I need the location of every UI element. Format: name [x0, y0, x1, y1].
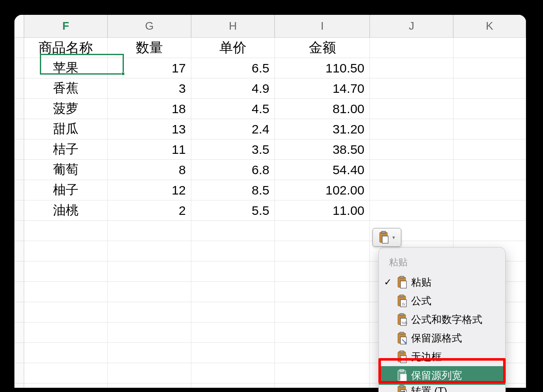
cell[interactable]: 11	[108, 139, 191, 160]
cell[interactable]: 110.50	[275, 58, 370, 78]
cell[interactable]	[453, 221, 526, 241]
col-header-H[interactable]: H	[191, 15, 275, 37]
cell[interactable]: 102.00	[275, 180, 370, 200]
cell[interactable]	[370, 78, 453, 99]
cell[interactable]	[191, 241, 275, 261]
paste-menu-item[interactable]: %fx公式和数字格式	[379, 310, 505, 329]
col-header-J[interactable]: J	[370, 15, 453, 37]
row-header[interactable]	[14, 99, 24, 119]
row-header[interactable]	[14, 200, 24, 221]
cell[interactable]	[191, 322, 275, 343]
cell[interactable]	[275, 384, 370, 388]
cell[interactable]	[370, 200, 453, 221]
cell[interactable]	[108, 282, 191, 302]
paste-options-button[interactable]: ▼	[372, 228, 401, 247]
cell[interactable]	[370, 160, 453, 180]
cell[interactable]: 商品名称	[24, 38, 108, 58]
row-header[interactable]	[14, 58, 24, 78]
cell[interactable]: 17	[108, 58, 191, 78]
cell[interactable]	[191, 363, 275, 384]
row-header[interactable]	[14, 180, 24, 200]
cell[interactable]: 数量	[108, 38, 191, 58]
cell[interactable]	[275, 322, 370, 343]
cell[interactable]	[191, 221, 275, 241]
cell[interactable]	[453, 160, 526, 180]
row-header[interactable]	[14, 343, 24, 363]
row-header[interactable]	[14, 160, 24, 180]
cell[interactable]	[191, 302, 275, 322]
col-header-G[interactable]: G	[108, 15, 191, 37]
paste-menu-item[interactable]: 转置 (T)	[379, 385, 505, 392]
cell[interactable]	[108, 221, 191, 241]
cell[interactable]: 8.5	[191, 180, 275, 200]
cell[interactable]	[275, 363, 370, 384]
cell[interactable]	[370, 180, 453, 200]
cell[interactable]	[370, 119, 453, 139]
cell[interactable]: 菠萝	[24, 99, 108, 119]
cell[interactable]	[191, 282, 275, 302]
cell[interactable]	[24, 261, 108, 282]
cell[interactable]	[453, 58, 526, 78]
cell[interactable]	[24, 221, 108, 241]
cell[interactable]	[24, 282, 108, 302]
cell[interactable]	[108, 343, 191, 363]
cell[interactable]: 单价	[191, 38, 275, 58]
cell[interactable]: 2	[108, 200, 191, 221]
row-header[interactable]	[14, 119, 24, 139]
row-header[interactable]	[14, 241, 24, 261]
cell[interactable]: 4.9	[191, 78, 275, 99]
cell[interactable]	[108, 261, 191, 282]
cell[interactable]	[275, 343, 370, 363]
cell[interactable]: 金额	[275, 38, 370, 58]
row-header[interactable]	[14, 322, 24, 343]
cell[interactable]: 2.4	[191, 119, 275, 139]
cell[interactable]	[453, 119, 526, 139]
cell[interactable]: 葡萄	[24, 160, 108, 180]
cell[interactable]	[24, 302, 108, 322]
cell[interactable]: 油桃	[24, 200, 108, 221]
row-header[interactable]	[14, 261, 24, 282]
cell[interactable]	[24, 343, 108, 363]
col-header-F[interactable]: F	[24, 15, 108, 37]
cell[interactable]	[24, 363, 108, 384]
cell[interactable]: 甜瓜	[24, 119, 108, 139]
cell[interactable]	[453, 139, 526, 160]
row-header[interactable]	[14, 363, 24, 384]
cell[interactable]: 14.70	[275, 78, 370, 99]
col-header-I[interactable]: I	[275, 15, 370, 37]
cell[interactable]	[453, 38, 526, 58]
cell[interactable]: 8	[108, 160, 191, 180]
cell[interactable]	[24, 322, 108, 343]
row-header[interactable]	[14, 282, 24, 302]
cell[interactable]	[453, 78, 526, 99]
row-header[interactable]	[14, 384, 24, 388]
cell[interactable]	[275, 261, 370, 282]
cell[interactable]: 5.5	[191, 200, 275, 221]
paste-menu-item[interactable]: ✓粘贴	[379, 273, 505, 292]
cell[interactable]	[453, 99, 526, 119]
cell[interactable]	[370, 58, 453, 78]
cell[interactable]: 12	[108, 180, 191, 200]
cell[interactable]	[24, 241, 108, 261]
row-header[interactable]	[14, 139, 24, 160]
cell[interactable]: 3	[108, 78, 191, 99]
cell[interactable]	[275, 221, 370, 241]
cell[interactable]	[108, 322, 191, 343]
cell[interactable]	[370, 99, 453, 119]
cell[interactable]	[453, 200, 526, 221]
cell[interactable]: 11.00	[275, 200, 370, 221]
cell[interactable]	[370, 38, 453, 58]
paste-menu-item[interactable]: 保留源格式	[379, 329, 505, 348]
cell[interactable]	[108, 241, 191, 261]
cell[interactable]: 18	[108, 99, 191, 119]
cell[interactable]: 香蕉	[24, 78, 108, 99]
cell[interactable]	[191, 343, 275, 363]
cell[interactable]: 桔子	[24, 139, 108, 160]
paste-menu-item[interactable]: 保留源列宽	[379, 366, 505, 385]
cell[interactable]: 13	[108, 119, 191, 139]
cell[interactable]	[108, 363, 191, 384]
row-header[interactable]	[14, 78, 24, 99]
cell[interactable]: 柚子	[24, 180, 108, 200]
corner-cell[interactable]	[14, 15, 24, 37]
cell[interactable]	[275, 241, 370, 261]
